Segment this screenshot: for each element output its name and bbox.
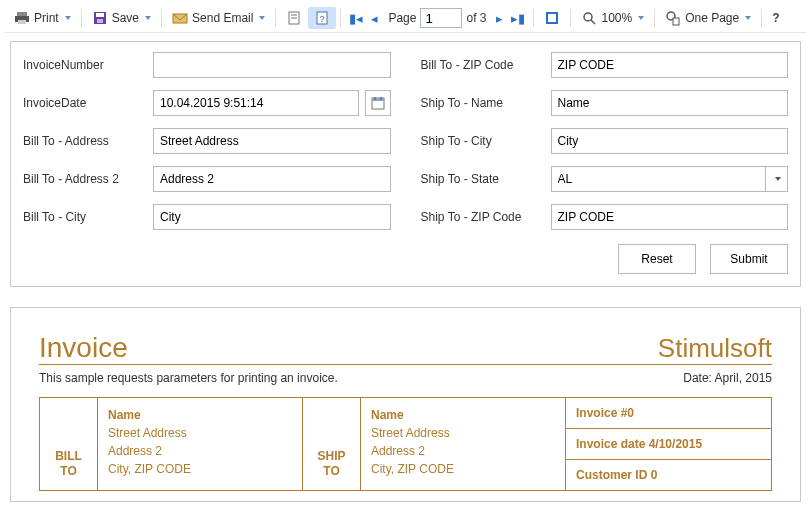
bill-address-label: Bill To - Address [23,134,153,148]
send-email-button[interactable]: Send Email [166,7,271,29]
customer-id-display: Customer ID 0 [566,460,771,490]
bill-address-input[interactable] [153,128,391,154]
svg-line-15 [591,20,595,24]
separator [761,9,762,27]
bill-address2-label: Bill To - Address 2 [23,172,153,186]
ship-name-label: Ship To - Name [421,96,551,110]
separator [81,9,82,27]
help-label: ? [772,11,779,25]
chevron-down-icon [259,16,265,20]
report-brand: Stimulsoft [658,333,772,364]
reset-button[interactable]: Reset [618,244,696,274]
ship-zip-label: Ship To - ZIP Code [421,210,551,224]
ship-city-label: Ship To - City [421,134,551,148]
print-button[interactable]: Print [8,7,77,29]
view-mode-button[interactable]: One Page [659,7,757,29]
invoice-date-display: Invoice date 4/10/2015 [566,429,771,460]
ship-state-label: Ship To - State [421,172,551,186]
parameters-form: InvoiceNumber InvoiceDate Bill To - Addr… [10,41,801,287]
separator [161,9,162,27]
page-label: Page [388,11,416,25]
bill-address2-input[interactable] [153,166,391,192]
invoice-meta-block: Invoice #0 Invoice date 4/10/2015 Custom… [566,398,771,490]
full-page-button[interactable] [538,7,566,29]
date-picker-button[interactable] [365,90,391,116]
bill-city-label: Bill To - City [23,210,153,224]
bill-city-input[interactable] [153,204,391,230]
bill-zip-input[interactable] [551,52,789,78]
separator [570,9,571,27]
report-preview: Invoice Stimulsoft This sample requests … [10,307,801,502]
parameters-button[interactable]: ? [308,7,336,29]
zoom-label: 100% [601,11,632,25]
calendar-icon [370,95,386,111]
invoice-summary-grid: BILL TO Name Street Address Address 2 Ci… [39,397,772,491]
invoice-date-label: InvoiceDate [23,96,153,110]
bookmarks-icon [286,10,302,26]
invoice-number-display: Invoice #0 [566,398,771,429]
svg-text:?: ? [320,14,325,24]
svg-rect-2 [18,20,26,24]
svg-rect-4 [96,13,104,17]
ship-to-block: Name Street Address Address 2 City, ZIP … [361,398,566,490]
chevron-down-icon [65,16,71,20]
send-email-label: Send Email [192,11,253,25]
svg-rect-0 [17,12,27,16]
zoom-button[interactable]: 100% [575,7,650,29]
report-subtitle: This sample requests parameters for prin… [39,371,338,385]
last-page-button[interactable]: ▸▮ [507,11,529,26]
chevron-down-icon [745,16,751,20]
page-view-icon [665,10,681,26]
report-date: Date: April, 2015 [683,371,772,385]
separator [533,9,534,27]
svg-rect-17 [673,18,679,25]
bookmarks-button[interactable] [280,7,308,29]
ship-state-select[interactable] [551,166,767,192]
svg-rect-13 [548,14,556,22]
svg-rect-5 [97,19,103,23]
invoice-number-label: InvoiceNumber [23,58,153,72]
prev-page-button[interactable]: ◂ [367,11,382,26]
submit-button[interactable]: Submit [710,244,788,274]
separator [275,9,276,27]
ship-city-input[interactable] [551,128,789,154]
save-button[interactable]: Save [86,7,157,29]
print-label: Print [34,11,59,25]
page-total: of 3 [466,11,486,25]
parameters-icon: ? [314,10,330,26]
mail-icon [172,10,188,26]
printer-icon [14,10,30,26]
chevron-down-icon [638,16,644,20]
ship-state-dropdown-button[interactable] [766,166,788,192]
svg-point-14 [584,13,592,21]
help-button[interactable]: ? [766,8,785,28]
toolbar: Print Save Send Email ? ▮◂ ◂ Page of 3 ▸… [4,4,807,33]
separator [340,9,341,27]
invoice-date-input[interactable] [153,90,359,116]
next-page-button[interactable]: ▸ [492,11,507,26]
svg-rect-19 [372,98,384,101]
bill-to-header: BILL TO [40,398,98,490]
save-icon [92,10,108,26]
ship-name-input[interactable] [551,90,789,116]
report-title: Invoice [39,332,128,364]
invoice-number-input[interactable] [153,52,391,78]
save-label: Save [112,11,139,25]
view-mode-label: One Page [685,11,739,25]
ship-zip-input[interactable] [551,204,789,230]
bill-zip-label: Bill To - ZIP Code [421,58,551,72]
chevron-down-icon [145,16,151,20]
separator [654,9,655,27]
chevron-down-icon [775,177,781,181]
bill-to-block: Name Street Address Address 2 City, ZIP … [98,398,303,490]
first-page-button[interactable]: ▮◂ [345,11,367,26]
full-page-icon [544,10,560,26]
ship-to-header: SHIP TO [303,398,361,490]
page-input[interactable] [420,8,462,28]
magnifier-icon [581,10,597,26]
